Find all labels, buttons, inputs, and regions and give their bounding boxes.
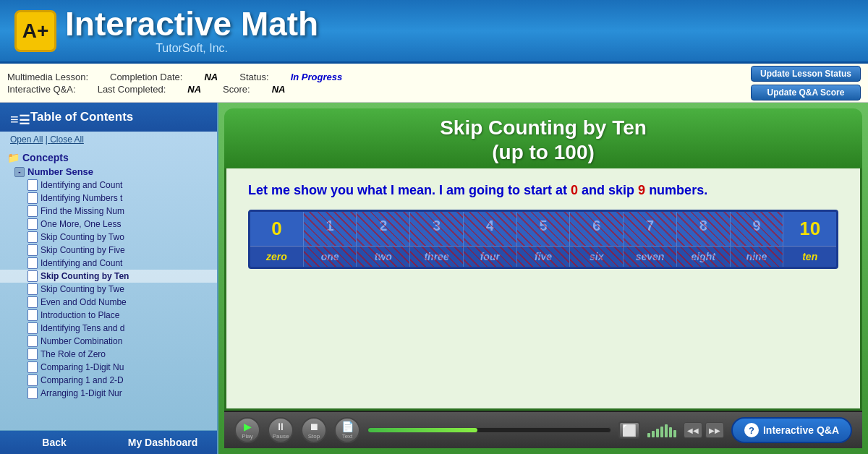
word-cell-8: eight [677, 246, 731, 267]
tree-item-label: Number Combination [41, 336, 122, 346]
tree-item[interactable]: Identifying Tens and d [0, 322, 217, 335]
update-qa-btn[interactable]: Update Q&A Score [751, 85, 861, 100]
tree-item-label: Find the Missing Num [41, 206, 124, 216]
tree-item-label: Arranging 1-Digit Nur [41, 388, 122, 398]
expand-icon[interactable]: - [14, 167, 25, 177]
progress-bar-area [367, 427, 611, 433]
tree-item-label: Skip Counting by Five [41, 245, 125, 255]
tree-item-label: Skip Counting by Twe [41, 284, 124, 294]
doc-icon [27, 361, 38, 373]
tree-item[interactable]: Identifying and Count [0, 257, 217, 270]
next-btn[interactable]: ▶▶ [705, 422, 724, 438]
score-label: Score: [223, 84, 250, 95]
stop-icon: ⏹ [309, 421, 319, 432]
stop-label: Stop [308, 433, 320, 440]
word-cell-0: zero [250, 246, 304, 267]
back-button[interactable]: Back [0, 431, 109, 454]
doc-icon [27, 322, 38, 334]
tree-item[interactable]: Skip Counting by Ten [0, 270, 217, 283]
number-line-container: 012345678910 zeroonetwothreefourfivesixs… [248, 210, 838, 269]
pause-icon: ⏸ [276, 421, 286, 432]
status-value: In Progress [291, 72, 343, 82]
sidebar: ☰ Table of Contents Open All | Close All… [0, 103, 218, 454]
info-buttons: Update Lesson Status Update Q&A Score [751, 66, 861, 100]
tree-item[interactable]: Skip Counting by Twe [0, 283, 217, 296]
tree-item[interactable]: Identifying and Count [0, 179, 217, 192]
num-cell-1: 1 [304, 212, 357, 246]
tree-item[interactable]: Find the Missing Num [0, 205, 217, 218]
tree-item[interactable]: Identifying Numbers t [0, 192, 217, 205]
tree-concepts: 📁 Concepts [0, 150, 217, 165]
tree-item[interactable]: Skip Counting by Five [0, 244, 217, 257]
screen-icon: ⬜ [622, 424, 637, 437]
stop-button[interactable]: ⏹ Stop [301, 417, 327, 443]
tree-item[interactable]: Introduction to Place [0, 309, 217, 322]
text-button[interactable]: 📄 Text [334, 417, 360, 443]
doc-icon [27, 348, 38, 360]
volume-bars [647, 423, 676, 437]
tree-items: Identifying and CountIdentifying Numbers… [0, 179, 217, 400]
screen-btn[interactable]: ⬜ [618, 421, 640, 439]
tree-item[interactable]: Comparing 1-Digit Nu [0, 361, 217, 374]
doc-icon [27, 257, 38, 269]
open-close-bar[interactable]: Open All | Close All [0, 132, 217, 147]
doc-icon [27, 374, 38, 386]
tree-item-label: Skip Counting by Ten [41, 271, 129, 281]
sidebar-bottom: Back My Dashboard [0, 430, 217, 454]
tree-item[interactable]: Number Combination [0, 335, 217, 348]
dashboard-button[interactable]: My Dashboard [109, 431, 217, 454]
tree-item[interactable]: Even and Odd Numbe [0, 296, 217, 309]
open-all-link[interactable]: Open All [10, 134, 43, 145]
lesson-title-line2: (up to 100) [492, 141, 595, 163]
last-completed-value: NA [187, 84, 201, 95]
progress-track [367, 427, 611, 433]
tree-item[interactable]: Skip Counting by Two [0, 231, 217, 244]
vol-bar-5 [665, 424, 668, 437]
app-header: A+ Interactive Math TutorSoft, Inc. [0, 0, 868, 64]
close-all-link[interactable]: Close All [50, 134, 84, 145]
play-icon: ▶ [244, 421, 252, 432]
tree-area: 📁 Concepts - Number Sense Identifying an… [0, 147, 217, 430]
lesson-title: Skip Counting by Ten (up to 100) [239, 116, 848, 164]
play-label: Play [242, 433, 253, 440]
status-label: Status: [239, 72, 268, 82]
tree-item[interactable]: Comparing 1 and 2-D [0, 374, 217, 387]
q-icon: ? [744, 423, 759, 437]
number-row: 012345678910 [250, 212, 836, 246]
app-subtitle: TutorSoft, Inc. [65, 42, 318, 55]
word-cell-1: one [304, 246, 357, 267]
tree-item-label: Identifying and Count [41, 258, 122, 268]
update-lesson-btn[interactable]: Update Lesson Status [751, 66, 861, 82]
tree-item[interactable]: One More, One Less [0, 218, 217, 231]
multimedia-label: Multimedia Lesson: [7, 72, 88, 82]
prev-btn[interactable]: ◀◀ [684, 422, 702, 438]
num-cell-5: 5 [517, 212, 571, 246]
completion-label: Completion Date: [110, 72, 182, 82]
tree-item-label: Identifying and Count [41, 180, 122, 190]
doc-icon [27, 270, 38, 282]
nav-ctrl-btns: ◀◀ ▶▶ [684, 422, 724, 438]
qa-label: Interactive Q&A [763, 424, 839, 436]
play-button[interactable]: ▶ Play [234, 417, 260, 443]
num-cell-6: 6 [570, 212, 624, 246]
pause-button[interactable]: ⏸ Pause [268, 417, 294, 443]
word-cell-10: ten [783, 246, 836, 267]
tree-item[interactable]: Arranging 1-Digit Nur [0, 387, 217, 400]
tree-item[interactable]: The Role of Zero [0, 348, 217, 361]
qa-button[interactable]: ? Interactive Q&A [731, 417, 852, 443]
word-cell-9: nine [731, 246, 784, 267]
concepts-label: Concepts [22, 152, 69, 163]
doc-icon [27, 296, 38, 308]
info-left: Multimedia Lesson: Completion Date: NA S… [7, 72, 744, 95]
num-cell-8: 8 [677, 212, 731, 246]
doc-icon [27, 283, 38, 295]
number-sense-label: Number Sense [27, 166, 93, 177]
num-cell-10: 10 [783, 212, 836, 246]
last-completed-label: Last Completed: [98, 84, 166, 95]
tree-item-label: One More, One Less [41, 219, 121, 229]
vol-bar-6 [669, 427, 672, 437]
vol-bar-7 [673, 430, 676, 437]
doc-icon [27, 218, 38, 230]
completion-value: NA [204, 72, 218, 82]
word-cell-4: four [464, 246, 517, 267]
